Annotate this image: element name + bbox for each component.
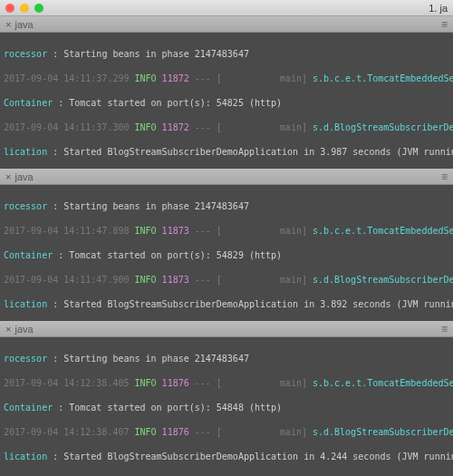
timestamp: 2017-09-04 14:11:47.900 [4, 275, 129, 285]
pid: 11876 [162, 378, 189, 388]
logger: rocessor [4, 354, 47, 364]
log-msg: : Tomcat started on port(s): 54829 (http… [53, 250, 282, 260]
sep: --- [ [189, 378, 222, 388]
sep: --- [ [189, 427, 222, 437]
logger: Container [4, 403, 53, 413]
pid: 11872 [162, 122, 189, 132]
logger: lication [4, 147, 47, 157]
pane-menu-icon[interactable]: ≡ [441, 323, 448, 335]
pid: 11873 [162, 275, 189, 285]
timestamp: 2017-09-04 14:12:38.407 [4, 427, 129, 437]
traffic-lights [5, 4, 43, 13]
log-msg: : Started BlogStreamSubscriberDemoApplic… [47, 147, 453, 157]
tab-java[interactable]: × java [5, 324, 34, 335]
log-level: INFO [129, 427, 161, 437]
pane-menu-icon[interactable]: ≡ [441, 18, 448, 31]
log-level: INFO [129, 73, 161, 83]
terminal-pane-3[interactable]: rocessor : Starting beans in phase 21474… [0, 337, 453, 476]
log-msg: : Tomcat started on port(s): 54848 (http… [53, 403, 282, 413]
logger: Container [4, 250, 53, 260]
sep: --- [ [189, 73, 222, 83]
pid: 11873 [162, 226, 189, 236]
sep: --- [ [189, 122, 222, 132]
log-msg: : Starting beans in phase 2147483647 [47, 354, 249, 364]
log-msg: : Tomcat started on port(s): 54825 (http… [53, 98, 282, 108]
terminal-pane-1[interactable]: rocessor : Starting beans in phase 21474… [0, 33, 453, 169]
log-level: INFO [129, 378, 161, 388]
timestamp: 2017-09-04 14:11:47.898 [4, 226, 129, 236]
logger: lication [4, 452, 47, 461]
tab-label: java [14, 171, 33, 182]
terminal-pane-2[interactable]: rocessor : Starting beans in phase 21474… [0, 185, 453, 321]
window-title: 1. ja [429, 3, 448, 14]
tab-label: java [14, 324, 33, 335]
thread: main] [280, 427, 307, 437]
thread: main] [280, 73, 307, 83]
log-msg: : Started BlogStreamSubscriberDemoApplic… [47, 299, 453, 309]
logger: Container [4, 98, 53, 108]
log-level: INFO [129, 275, 161, 285]
logger: rocessor [4, 49, 47, 59]
timestamp: 2017-09-04 14:11:37.299 [4, 73, 129, 83]
sep: --- [ [189, 226, 222, 236]
tab-label: java [14, 19, 33, 30]
log-msg: : Started BlogStreamSubscriberDemoApplic… [47, 452, 453, 461]
sep: --- [ [189, 275, 222, 285]
pane-tabbar: × java ≡ [0, 16, 453, 33]
tab-close-icon[interactable]: × [5, 324, 11, 335]
window-titlebar: 1. ja [0, 0, 453, 16]
tab-close-icon[interactable]: × [5, 171, 11, 182]
class: s.d.BlogStreamSubscriberDemoApp [307, 427, 453, 437]
timestamp: 2017-09-04 14:12:38.405 [4, 378, 129, 388]
close-window-button[interactable] [5, 4, 14, 13]
log-level: INFO [129, 122, 161, 132]
logger: rocessor [4, 201, 47, 211]
log-msg: : Starting beans in phase 2147483647 [47, 49, 249, 59]
tab-java[interactable]: × java [5, 19, 34, 30]
log-msg: : Starting beans in phase 2147483647 [47, 201, 249, 211]
thread: main] [280, 122, 307, 132]
thread: main] [280, 378, 307, 388]
class: s.b.c.e.t.TomcatEmbeddedServlet [307, 73, 453, 83]
pid: 11876 [162, 427, 189, 437]
tab-java[interactable]: × java [5, 171, 34, 182]
class: s.b.c.e.t.TomcatEmbeddedServlet [307, 378, 453, 388]
class: s.d.BlogStreamSubscriberDemoApp [307, 122, 453, 132]
log-level: INFO [129, 226, 161, 236]
pid: 11872 [162, 73, 189, 83]
thread: main] [280, 275, 307, 285]
timestamp: 2017-09-04 14:11:37.300 [4, 122, 129, 132]
minimize-window-button[interactable] [20, 4, 29, 13]
pane-tabbar: × java ≡ [0, 169, 453, 185]
pane-menu-icon[interactable]: ≡ [441, 170, 448, 183]
pane-tabbar: × java ≡ [0, 321, 453, 337]
maximize-window-button[interactable] [34, 4, 43, 13]
class: s.b.c.e.t.TomcatEmbeddedServlet [307, 226, 453, 236]
thread: main] [280, 226, 307, 236]
class: s.d.BlogStreamSubscriberDemoApp [307, 275, 453, 285]
logger: lication [4, 299, 47, 309]
tab-close-icon[interactable]: × [5, 19, 11, 30]
